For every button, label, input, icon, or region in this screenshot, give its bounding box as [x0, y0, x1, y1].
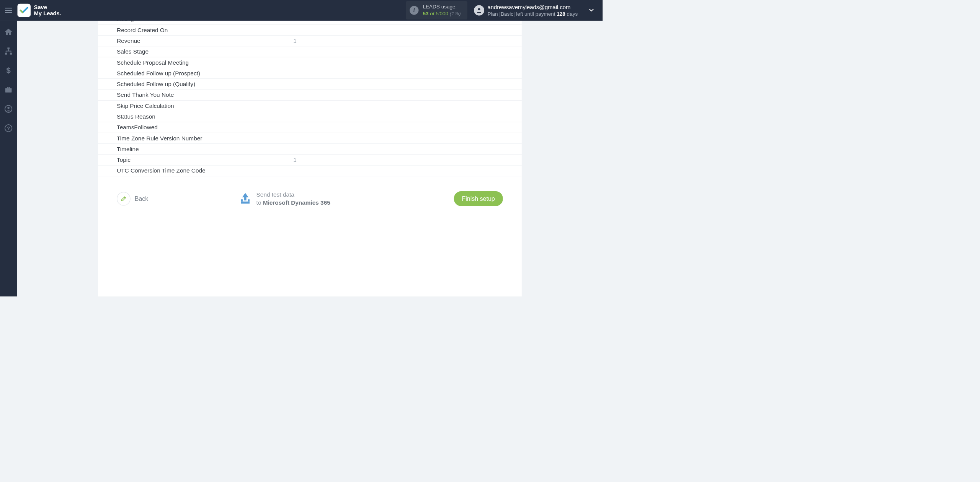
sidebar-item-billing[interactable]: $ [0, 65, 17, 77]
field-label: Topic [98, 156, 293, 163]
svg-rect-12 [248, 199, 250, 202]
field-label: Time Zone Rule Version Number [98, 135, 293, 142]
config-card: RatingRecord Created OnRevenue1Sales Sta… [98, 21, 522, 296]
svg-text:?: ? [7, 125, 10, 131]
svg-text:$: $ [6, 66, 10, 75]
help-icon: ? [4, 124, 13, 132]
header-right: i LEADS usage: 53 of 5'000 (1%) [406, 0, 603, 21]
svg-rect-1 [7, 47, 10, 49]
chevron-down-icon [589, 9, 594, 11]
sidebar-item-connections[interactable] [0, 45, 17, 57]
svg-point-7 [7, 107, 10, 109]
account-block[interactable]: andrewsavemyleads@gmail.com Plan |Basic|… [474, 4, 585, 17]
send-to-word: to [256, 199, 263, 206]
finish-setup-button[interactable]: Finish setup [454, 191, 503, 206]
field-row: Timeline [98, 144, 522, 155]
field-row: Topic1 [98, 155, 522, 165]
svg-rect-2 [5, 53, 7, 55]
menu-toggle[interactable] [0, 0, 17, 21]
field-value: 1 [293, 37, 522, 44]
user-circle-icon [4, 105, 13, 113]
field-label: Timeline [98, 146, 293, 153]
usage-total: 5'000 [436, 11, 448, 16]
brand-line2: My Leads. [34, 10, 61, 16]
dollar-icon: $ [4, 66, 13, 75]
logo-icon [18, 4, 31, 17]
logo-block[interactable]: Save My Leads. [18, 4, 61, 17]
field-row: Sales Stage [98, 46, 522, 57]
field-value: 1 [293, 156, 522, 163]
home-icon [4, 28, 13, 36]
field-row: Send Thank You Note [98, 90, 522, 100]
field-label: TeamsFollowed [98, 124, 293, 131]
svg-rect-10 [241, 202, 250, 204]
usage-box[interactable]: i LEADS usage: 53 of 5'000 (1%) [406, 1, 467, 19]
account-dropdown-toggle[interactable] [584, 8, 603, 13]
field-label: Sales Stage [98, 48, 293, 55]
plan-prefix: Plan | [488, 11, 501, 16]
info-icon: i [410, 6, 418, 15]
svg-rect-3 [10, 53, 12, 55]
field-row: Revenue1 [98, 36, 522, 46]
field-label: UTC Conversion Time Zone Code [98, 167, 293, 174]
back-button[interactable]: Back [117, 192, 148, 206]
plan-days-word: days [565, 11, 578, 16]
field-row: Schedule Proposal Meeting [98, 57, 522, 68]
account-email: andrewsavemyleads@gmail.com [488, 4, 578, 11]
logo-text: Save My Leads. [34, 4, 61, 16]
usage-percent: (1%) [450, 11, 461, 16]
brand-line1: Save [34, 4, 61, 10]
field-row: Skip Price Calculation [98, 101, 522, 111]
field-label: Skip Price Calculation [98, 103, 293, 109]
field-row: Record Created On [98, 25, 522, 36]
sitemap-icon [4, 47, 13, 55]
field-row: Time Zone Rule Version Number [98, 133, 522, 143]
field-label: Rating [98, 21, 293, 23]
plan-days-num: 128 [557, 11, 565, 16]
usage-text: LEADS usage: 53 of 5'000 (1%) [423, 3, 461, 17]
plan-mid: | left until payment [513, 11, 557, 16]
field-label: Scheduled Follow up (Prospect) [98, 70, 293, 77]
sidebar-item-home[interactable] [0, 26, 17, 38]
sidebar-item-profile[interactable] [0, 103, 17, 115]
svg-rect-11 [241, 199, 243, 202]
usage-of-word: of [430, 11, 434, 16]
back-label: Back [135, 195, 149, 202]
sidebar-item-help[interactable]: ? [0, 122, 17, 134]
avatar-icon [474, 5, 484, 16]
send-test-button[interactable]: Send test data to Microsoft Dynamics 365 [239, 191, 330, 207]
send-destination: Microsoft Dynamics 365 [263, 199, 330, 206]
sidebar-item-briefcase[interactable] [0, 84, 17, 96]
send-line1: Send test data [256, 191, 330, 199]
field-row: UTC Conversion Time Zone Code [98, 165, 522, 176]
field-label: Schedule Proposal Meeting [98, 59, 293, 66]
card-actions: Back Send test data to [98, 191, 522, 207]
field-row: Scheduled Follow up (Prospect) [98, 68, 522, 79]
field-label: Status Reason [98, 113, 293, 120]
field-label: Send Thank You Note [98, 91, 293, 98]
field-label: Revenue [98, 37, 293, 44]
top-header: Save My Leads. i LEADS usage: 53 of 5'00… [0, 0, 603, 21]
svg-rect-5 [5, 88, 12, 93]
field-row: Rating [98, 21, 522, 24]
field-row: Status Reason [98, 111, 522, 122]
svg-point-0 [478, 8, 480, 10]
send-test-text: Send test data to Microsoft Dynamics 365 [256, 191, 330, 207]
field-label: Record Created On [98, 26, 293, 33]
field-row: Scheduled Follow up (Qualify) [98, 79, 522, 90]
edit-circle [117, 192, 131, 206]
pencil-icon [121, 196, 127, 202]
sidebar: $ ? [0, 21, 17, 296]
usage-current: 53 [423, 11, 429, 16]
fields-table: RatingRecord Created OnRevenue1Sales Sta… [98, 21, 522, 176]
briefcase-icon [4, 85, 13, 94]
field-label: Scheduled Follow up (Qualify) [98, 81, 293, 88]
usage-label: LEADS usage: [423, 3, 461, 10]
account-text-block: andrewsavemyleads@gmail.com Plan |Basic|… [488, 4, 578, 17]
plan-name: Basic [501, 11, 513, 16]
account-plan-line: Plan |Basic| left until payment 128 days [488, 11, 578, 17]
field-row: TeamsFollowed [98, 122, 522, 133]
upload-icon [239, 192, 252, 206]
main-area: RatingRecord Created OnRevenue1Sales Sta… [17, 21, 603, 296]
hamburger-icon [5, 8, 12, 13]
